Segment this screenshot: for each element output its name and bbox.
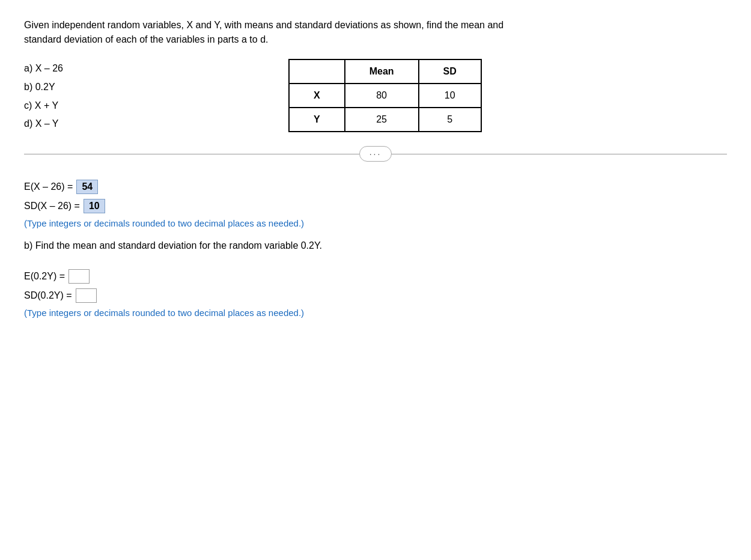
parts-list: a) X – 26 b) 0.2Y c) X + Y d) X – Y xyxy=(24,59,144,134)
table-cell-var-x: X xyxy=(289,84,345,108)
table-row-x: X 80 10 xyxy=(289,84,481,108)
label-sd-a: SD(X – 26) = xyxy=(24,201,80,212)
table-cell-sd-x: 10 xyxy=(419,84,481,108)
part-b-answers: E(0.2Y) = SD(0.2Y) = (Type integers or d… xyxy=(24,269,727,318)
table-header-var xyxy=(289,59,345,84)
answer-ex-b: E(0.2Y) = xyxy=(24,269,727,284)
value-sd-a: 10 xyxy=(84,199,105,213)
answer-sd-a: SD(X – 26) = 10 xyxy=(24,199,727,213)
answer-sd-b: SD(0.2Y) = xyxy=(24,288,727,303)
table-cell-mean-y: 25 xyxy=(345,108,419,132)
table-header-mean: Mean xyxy=(345,59,419,84)
label-ex-a: E(X – 26) = xyxy=(24,181,73,192)
hint-b: (Type integers or decimals rounded to tw… xyxy=(24,308,727,318)
table-row-y: Y 25 5 xyxy=(289,108,481,132)
divider: ··· xyxy=(24,146,727,162)
hint-a: (Type integers or decimals rounded to tw… xyxy=(24,218,727,228)
expand-button[interactable]: ··· xyxy=(359,146,392,162)
part-c-label: c) X + Y xyxy=(24,97,144,115)
table-cell-sd-y: 5 xyxy=(419,108,481,132)
part-b-label: b) 0.2Y xyxy=(24,79,144,96)
value-ex-a: 54 xyxy=(76,180,98,194)
answer-ex-a: E(X – 26) = 54 xyxy=(24,180,727,194)
part-a-label: a) X – 26 xyxy=(24,60,144,78)
label-ex-b: E(0.2Y) = xyxy=(24,271,65,282)
table-cell-mean-x: 80 xyxy=(345,84,419,108)
data-table: Mean SD X 80 10 Y 25 5 xyxy=(288,59,482,132)
part-d-label: d) X – Y xyxy=(24,115,144,133)
label-sd-b: SD(0.2Y) = xyxy=(24,290,72,301)
input-ex-b[interactable] xyxy=(68,269,90,284)
part-b-intro: b) Find the mean and standard deviation … xyxy=(24,240,727,251)
input-sd-b[interactable] xyxy=(76,288,97,303)
table-header-sd: SD xyxy=(419,59,481,84)
part-a-answers: E(X – 26) = 54 SD(X – 26) = 10 (Type int… xyxy=(24,180,727,228)
table-cell-var-y: Y xyxy=(289,108,345,132)
problem-intro: Given independent random variables, X an… xyxy=(24,18,517,47)
